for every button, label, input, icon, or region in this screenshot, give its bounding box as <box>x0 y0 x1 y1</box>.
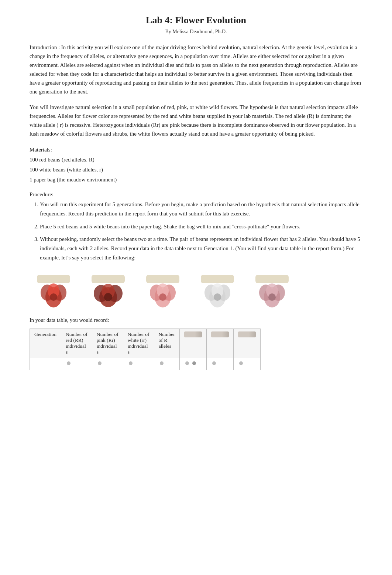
cell-white-count <box>123 358 154 370</box>
data-table-wrap: Generation Number ofred (RR)individuals … <box>30 329 362 370</box>
svg-rect-6 <box>92 275 125 283</box>
intro-paragraph-1: Introduction : In this activity you will… <box>30 43 362 96</box>
col-header-blurred-1 <box>179 329 206 358</box>
procedure-step-3: Without peeking, randomly select the bea… <box>40 235 362 262</box>
procedure-section: Procedure: You will run this experiment … <box>30 191 362 262</box>
cell-red-count <box>61 358 92 370</box>
flower-svg-3 <box>142 274 183 307</box>
flower-image-3 <box>139 271 187 311</box>
table-row <box>30 358 261 370</box>
cell-r-alleles-count <box>154 358 179 370</box>
cell-blurred-2 <box>206 358 233 370</box>
page-title: Lab 4: Flower Evolution <box>30 15 362 26</box>
flower-image-1 <box>30 271 78 311</box>
intro-text-2: You will investigate natural selection i… <box>30 103 362 138</box>
svg-point-11 <box>104 293 112 301</box>
svg-point-23 <box>214 293 221 301</box>
materials-item-2: 100 white beans (white alleles, r) <box>30 165 362 175</box>
flower-svg-5 <box>252 274 292 307</box>
table-header-row: Generation Number ofred (RR)individuals … <box>30 329 261 358</box>
author-text: By Melissa Deadmond, Ph.D. <box>30 29 362 35</box>
col-header-blurred-2 <box>206 329 233 358</box>
flower-image-5 <box>248 271 296 311</box>
procedure-step-2: Place 5 red beans and 5 white beans into… <box>40 222 362 231</box>
col-header-r-alleles: Numberof Ralleles <box>154 329 179 358</box>
procedure-list: You will run this experiment for 5 gener… <box>40 200 362 262</box>
flower-svg-2 <box>88 274 128 307</box>
svg-rect-12 <box>146 275 179 283</box>
flower-svg-1 <box>33 274 74 307</box>
svg-rect-0 <box>37 275 70 283</box>
procedure-label: Procedure: <box>30 191 362 198</box>
col-header-pink: Number ofpink (Rr)individuals <box>92 329 123 358</box>
cell-pink-count <box>92 358 123 370</box>
cell-generation <box>30 358 61 370</box>
cell-blurred-3 <box>233 358 260 370</box>
flower-images-row <box>30 271 362 311</box>
flower-image-2 <box>84 271 132 311</box>
col-header-generation: Generation <box>30 329 61 358</box>
col-header-white: Number ofwhite (rr)individuals <box>123 329 154 358</box>
svg-point-17 <box>159 293 166 301</box>
col-header-red: Number ofred (RR)individuals <box>61 329 92 358</box>
intro-paragraph-2: You will investigate natural selection i… <box>30 103 362 138</box>
materials-label: Materials: <box>30 145 362 155</box>
svg-point-5 <box>50 293 57 301</box>
procedure-step-1: You will run this experiment for 5 gener… <box>40 200 362 218</box>
materials-item-3: 1 paper bag (the meadow environment) <box>30 175 362 185</box>
intro-text-1: Introduction : In this activity you will… <box>30 43 362 96</box>
materials-item-1: 100 red beans (red alleles, R) <box>30 155 362 165</box>
materials-section: Materials: 100 red beans (red alleles, R… <box>30 145 362 185</box>
flower-svg-4 <box>197 274 238 307</box>
svg-rect-24 <box>255 275 289 283</box>
flower-image-4 <box>193 271 241 311</box>
cell-blurred-1 <box>179 358 206 370</box>
svg-rect-18 <box>201 275 234 283</box>
record-text: In your data table, you would record: <box>30 317 362 323</box>
col-header-blurred-3 <box>233 329 260 358</box>
svg-point-29 <box>268 293 276 301</box>
data-table: Generation Number ofred (RR)individuals … <box>30 329 261 370</box>
